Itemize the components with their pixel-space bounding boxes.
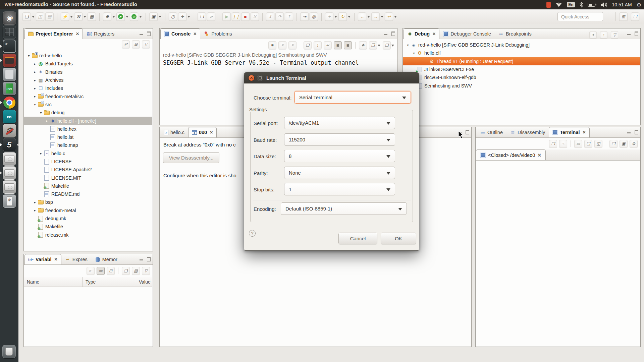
expander-icon[interactable]: ▾ — [32, 103, 38, 106]
maximize-button[interactable] — [147, 31, 151, 35]
maximize-button[interactable] — [465, 130, 469, 134]
expander-icon[interactable]: ▸ — [38, 152, 44, 155]
tab-expressions[interactable]: ∾ Expres — [61, 254, 91, 264]
usb-drive-button[interactable] — [2, 194, 16, 208]
close-icon[interactable]: ✕ — [432, 32, 436, 36]
select-pointer-button[interactable]: ➢ — [207, 12, 215, 21]
dash-home-button[interactable]: ◉ — [2, 11, 16, 25]
collapse-all-button[interactable]: ⊟ — [132, 40, 140, 48]
paste-button[interactable]: ▣ — [620, 140, 628, 148]
battery-icon[interactable] — [588, 2, 596, 7]
view-menu-button[interactable]: ▽ — [142, 40, 150, 48]
encoding-select[interactable]: Default (ISO-8859-1) — [281, 202, 407, 215]
tree-row[interactable]: README.md — [24, 190, 152, 198]
sep[interactable] — [146, 13, 146, 21]
minimize-button[interactable] — [139, 257, 143, 261]
column-name[interactable]: Name — [24, 277, 83, 287]
remove-all-launches-button[interactable]: ✕ — [288, 41, 297, 49]
archive-app-button[interactable] — [2, 53, 16, 67]
scroll-lock-button[interactable]: ↨ — [314, 41, 322, 49]
debug-tree-row[interactable]: ⚙ Thread #1 (Running : User Request) — [403, 57, 640, 65]
last-edit-button[interactable]: ↩ — [385, 12, 393, 21]
collapse-all-button[interactable]: ⊟ — [107, 267, 115, 275]
link-with-editor-button[interactable]: ⇄ — [122, 40, 130, 48]
sep[interactable] — [165, 13, 165, 21]
arduino-app-button[interactable]: ∞ — [2, 110, 16, 124]
tab-disassembly[interactable]: Disassembly — [506, 127, 549, 137]
build-button[interactable]: ⚒ — [74, 12, 83, 21]
expander-icon[interactable]: ▾ — [38, 111, 44, 115]
sep[interactable] — [300, 42, 300, 49]
sep[interactable] — [194, 13, 194, 21]
save-all-button[interactable]: ▤ — [45, 12, 54, 21]
maximize-button[interactable] — [634, 31, 638, 35]
sep[interactable] — [118, 267, 118, 274]
tree-row[interactable]: ▾ c src — [24, 101, 152, 109]
tree-row[interactable]: LICENSE — [24, 158, 152, 166]
tree-row[interactable]: ▸ c freedom-metal/src — [24, 92, 152, 100]
debug-tree-row[interactable]: ▾ ⚙ hello.elf — [403, 49, 640, 57]
tree-row[interactable]: release.mk — [24, 231, 152, 239]
view-menu-button[interactable]: ▽ — [611, 31, 618, 39]
keyboard-layout-indicator[interactable]: En — [567, 2, 575, 7]
build-tools-app-button[interactable]: ⚙ — [2, 124, 16, 138]
instruction-stepping-button[interactable]: ⇥ — [300, 12, 309, 21]
terminal-content[interactable] — [476, 161, 640, 346]
maximize-button[interactable] — [147, 257, 151, 261]
new-launch-button[interactable]: ✦ — [325, 12, 333, 21]
tree-row[interactable]: Makefile — [24, 182, 152, 190]
tab-hello-c[interactable]: .c hello.c — [160, 127, 188, 137]
terminal-app-button[interactable]: >_ — [2, 39, 16, 53]
tree-row[interactable]: ▸ freedom-metal — [24, 206, 152, 215]
sep[interactable] — [606, 140, 606, 147]
trace-button[interactable]: ◎ — [310, 12, 318, 21]
field-select[interactable]: 115200 — [284, 133, 395, 146]
run-button[interactable]: ▶ — [116, 12, 125, 21]
display-selected-console-button[interactable]: ❖ — [359, 41, 367, 49]
debug-tree-row[interactable]: JLinkGDBServerCLExe — [403, 65, 640, 73]
notepadqq-app-button[interactable]: nqq — [2, 81, 16, 96]
trash-button[interactable] — [2, 345, 16, 359]
tree-row[interactable]: hello.hex — [24, 125, 152, 133]
sep[interactable] — [219, 13, 219, 21]
disconnect-terminal-button[interactable]: ⌁ — [559, 140, 567, 148]
chrome-app-button[interactable] — [2, 96, 16, 110]
settings-button[interactable]: ⚙ — [630, 140, 638, 148]
sep[interactable] — [321, 13, 322, 21]
minimize-button[interactable] — [139, 31, 143, 35]
restart-button[interactable]: ↻ — [338, 12, 347, 21]
profile-button[interactable]: ◷ — [130, 12, 138, 21]
debug-tree-row[interactable]: Semihosting and SWV — [403, 81, 640, 89]
disk-drive-3-button[interactable] — [2, 180, 16, 194]
cancel-button[interactable]: Cancel — [338, 233, 377, 244]
remove-launch-button[interactable]: ✕ — [278, 41, 286, 49]
remove-terminated-button[interactable]: ⌖ — [589, 31, 597, 39]
expander-icon[interactable]: ▸ — [44, 119, 50, 123]
tree-row[interactable]: ▸ ❒ Includes — [24, 84, 152, 92]
new-console-view-button[interactable]: ❏ — [383, 41, 391, 49]
show-command-input-button[interactable]: ▭ — [574, 140, 582, 148]
close-icon[interactable]: ✕ — [54, 257, 58, 262]
tree-row[interactable]: ▾ c red-v-hello — [24, 52, 152, 60]
open-perspective-button[interactable]: ⊞ — [619, 12, 628, 21]
tab-variables[interactable]: (x)= Variabl ✕ — [24, 254, 61, 264]
tree-row[interactable]: LICENSE.MIT — [24, 174, 152, 182]
debug-perspective-button[interactable]: ❒ — [631, 12, 639, 21]
debug-tree-row[interactable]: riscv64-unknown-elf-gdb — [403, 73, 640, 81]
close-icon[interactable]: ✕ — [193, 32, 197, 36]
tab-debugger-console[interactable]: Debugger Console — [439, 28, 495, 39]
minimize-button[interactable] — [627, 130, 631, 134]
disconnect-button[interactable]: ✕ — [251, 12, 259, 21]
maximize-button[interactable] — [391, 31, 395, 35]
new-watch-button[interactable]: ❏ — [122, 267, 130, 275]
tab-console[interactable]: Console ✕ — [160, 28, 200, 39]
suspend-button[interactable]: ❘❘ — [232, 12, 240, 21]
close-icon[interactable]: ✕ — [248, 75, 255, 81]
volume-icon[interactable] — [601, 2, 607, 7]
tree-row[interactable]: Makefile — [24, 223, 152, 231]
close-icon[interactable]: ✕ — [537, 153, 541, 158]
step-over-button[interactable]: ↷ — [275, 12, 284, 21]
tab-serial-terminal-instance[interactable]: <Closed> /dev/video0 ✕ — [476, 149, 546, 160]
expander-icon[interactable]: ▾ — [26, 54, 32, 58]
maximize-icon[interactable] — [257, 75, 263, 81]
